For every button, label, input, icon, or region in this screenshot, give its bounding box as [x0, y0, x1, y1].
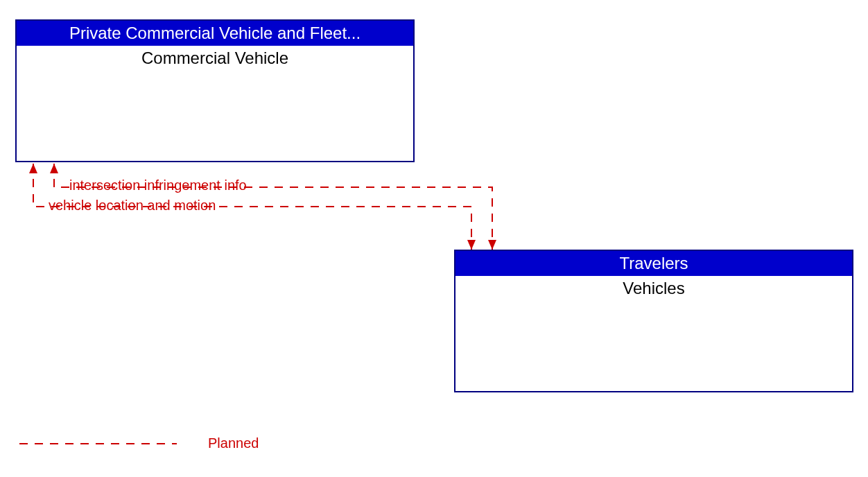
- arrow-intersection-bottom: [488, 240, 496, 250]
- arrow-vehicle-top: [29, 164, 37, 173]
- entity-commercial-vehicle-header: Private Commercial Vehicle and Fleet...: [17, 21, 413, 46]
- entity-commercial-vehicle-body: Commercial Vehicle: [17, 46, 413, 71]
- arrow-vehicle-bottom: [467, 240, 476, 250]
- entity-vehicles-body: Vehicles: [455, 276, 852, 301]
- entity-commercial-vehicle: Private Commercial Vehicle and Fleet... …: [15, 19, 415, 162]
- arrow-intersection-top: [50, 164, 58, 173]
- entity-vehicles-header: Travelers: [455, 251, 852, 276]
- legend-planned: Planned: [208, 435, 259, 451]
- flow-label-vehicle-location: vehicle location and motion: [49, 198, 216, 214]
- entity-vehicles: Travelers Vehicles: [454, 250, 853, 392]
- flow-label-intersection: intersection infringement info: [69, 177, 247, 193]
